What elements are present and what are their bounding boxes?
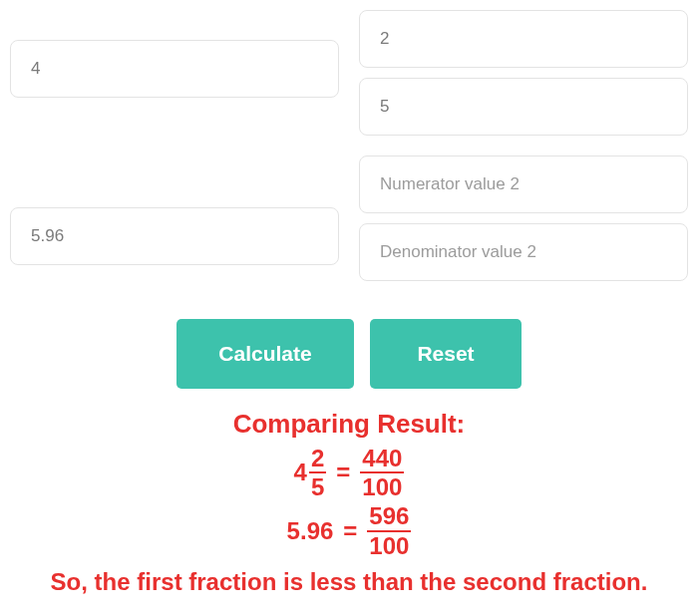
line2-right-numerator: 596: [367, 503, 411, 529]
calculate-button[interactable]: Calculate: [176, 319, 354, 389]
form-area: [10, 10, 688, 281]
line2-right-denominator: 100: [367, 530, 411, 558]
line1-left-numerator: 2: [309, 446, 326, 471]
line1-left-fraction: 2 5: [309, 446, 326, 499]
whole-number-1-input[interactable]: [10, 40, 339, 98]
reset-button[interactable]: Reset: [370, 319, 522, 389]
numerator-2-input[interactable]: [359, 155, 688, 213]
line1-equals: =: [336, 461, 350, 484]
result-line-1: 4 2 5 = 440 100: [10, 446, 688, 499]
denominator-2-input[interactable]: [359, 223, 688, 281]
line1-left-denominator: 5: [309, 471, 326, 499]
denominator-1-input[interactable]: [359, 78, 688, 136]
whole-number-2-input[interactable]: [10, 207, 339, 265]
result-line-2: 5.96 = 596 100: [10, 503, 688, 557]
result-area: Comparing Result: 4 2 5 = 440 100 5.96 =…: [10, 409, 688, 596]
left-column: [10, 10, 339, 281]
line1-right-fraction: 440 100: [360, 446, 404, 499]
line1-right-denominator: 100: [360, 471, 404, 499]
line1-whole: 4: [294, 461, 307, 484]
line2-right-fraction: 596 100: [367, 503, 411, 557]
line2-equals: =: [343, 519, 357, 543]
right-column: [359, 10, 688, 281]
result-conclusion: So, the first fraction is less than the …: [10, 568, 688, 596]
numerator-1-input[interactable]: [359, 10, 688, 68]
line1-right-numerator: 440: [360, 446, 404, 471]
button-row: Calculate Reset: [10, 319, 688, 389]
result-title: Comparing Result:: [10, 409, 688, 440]
line2-lhs: 5.96: [287, 519, 334, 543]
